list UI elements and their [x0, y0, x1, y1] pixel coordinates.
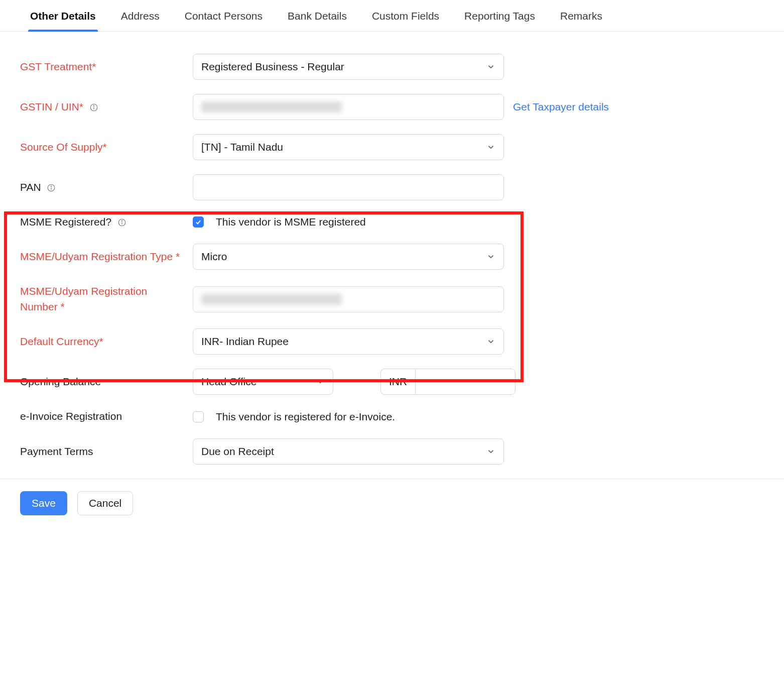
label-gst-treatment: GST Treatment* — [20, 59, 186, 74]
footer-actions: Save Cancel — [0, 479, 784, 515]
label-payment-terms: Payment Terms — [20, 444, 186, 459]
tab-other-details[interactable]: Other Details — [30, 4, 96, 31]
label-pan: PAN — [20, 180, 186, 195]
info-icon[interactable] — [47, 183, 56, 192]
chevron-down-icon — [486, 337, 495, 346]
tab-reporting-tags[interactable]: Reporting Tags — [464, 4, 535, 31]
label-gstin-uin: GSTIN / UIN* — [20, 99, 186, 115]
chevron-down-icon — [486, 143, 495, 152]
msme-registered-checkbox[interactable] — [193, 216, 204, 228]
svg-point-5 — [51, 186, 52, 186]
source-of-supply-select[interactable]: [TN] - Tamil Nadu — [193, 134, 504, 160]
info-icon[interactable] — [89, 103, 98, 112]
label-default-currency: Default Currency* — [20, 334, 186, 349]
gstin-uin-input[interactable] — [193, 94, 504, 120]
tab-bar: Other Details Address Contact Persons Ba… — [0, 0, 784, 32]
chevron-down-icon — [486, 62, 495, 71]
gst-treatment-select[interactable]: Registered Business - Regular — [193, 54, 504, 80]
tab-remarks[interactable]: Remarks — [560, 4, 602, 31]
label-msme-number: MSME/Udyam Registration Number * — [20, 284, 186, 314]
tab-address[interactable]: Address — [121, 4, 160, 31]
einvoice-label: This vendor is registered for e-Invoice. — [216, 411, 395, 423]
label-einvoice-registration: e-Invoice Registration — [20, 409, 186, 424]
save-button[interactable]: Save — [20, 491, 67, 515]
payment-terms-select[interactable]: Due on Receipt — [193, 438, 504, 465]
label-source-of-supply: Source Of Supply* — [20, 140, 186, 155]
chevron-down-icon — [316, 377, 325, 386]
chevron-down-icon — [486, 447, 495, 456]
info-icon[interactable] — [117, 218, 126, 227]
opening-balance-currency-prefix: INR — [380, 369, 415, 395]
get-taxpayer-link[interactable]: Get Taxpayer details — [513, 101, 609, 113]
default-currency-select[interactable]: INR- Indian Rupee — [193, 328, 504, 355]
msme-number-input[interactable] — [193, 286, 504, 312]
redacted-value — [201, 101, 342, 113]
redacted-value — [201, 294, 342, 305]
chevron-down-icon — [486, 252, 495, 261]
label-msme-registered: MSME Registered? — [20, 214, 186, 230]
tab-bank-details[interactable]: Bank Details — [288, 4, 347, 31]
msme-type-select[interactable]: Micro — [193, 244, 504, 270]
svg-point-8 — [121, 220, 122, 221]
einvoice-checkbox[interactable] — [193, 411, 204, 422]
opening-balance-amount-input[interactable] — [415, 369, 515, 395]
label-opening-balance: Opening Balance — [20, 374, 186, 389]
pan-input[interactable] — [193, 174, 504, 200]
msme-registered-label: This vendor is MSME registered — [216, 216, 366, 228]
svg-point-2 — [93, 105, 94, 106]
cancel-button[interactable]: Cancel — [77, 491, 133, 515]
label-msme-type: MSME/Udyam Registration Type * — [20, 249, 186, 264]
tab-custom-fields[interactable]: Custom Fields — [372, 4, 439, 31]
tab-contact-persons[interactable]: Contact Persons — [185, 4, 263, 31]
other-details-form: GST Treatment* Registered Business - Reg… — [0, 32, 784, 472]
opening-balance-branch-select[interactable]: Head Office — [193, 369, 333, 395]
